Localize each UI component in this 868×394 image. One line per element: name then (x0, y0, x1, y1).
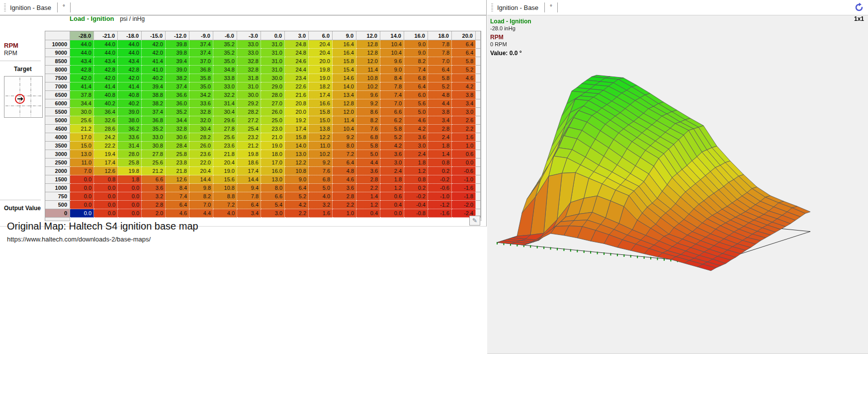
table-cell[interactable]: 10.4 (380, 49, 404, 57)
table-cell[interactable]: -0.8 (404, 209, 428, 218)
table-cell[interactable]: 23.4 (285, 74, 309, 82)
degree-units-button[interactable]: ° (59, 3, 69, 12)
table-cell[interactable]: 12.0 (356, 57, 380, 66)
table-cell[interactable]: 27.2 (237, 116, 261, 125)
table-cell[interactable]: 4.6 (166, 209, 189, 218)
load-column-header[interactable]: 18.0 (428, 31, 452, 40)
rpm-row-header[interactable]: 500 (45, 201, 70, 209)
table-cell[interactable]: 17.4 (285, 125, 309, 133)
table-cell[interactable]: 5.2 (285, 192, 309, 201)
table-cell[interactable]: 0.8 (428, 158, 452, 167)
table-cell[interactable]: 0.0 (94, 209, 118, 218)
table-cell[interactable]: 0.8 (94, 175, 118, 184)
table-cell[interactable]: 9.6 (380, 57, 404, 66)
table-cell[interactable]: 6.8 (404, 74, 428, 82)
table-cell[interactable]: 13.0 (70, 150, 94, 158)
table-cell[interactable]: 28.2 (237, 108, 261, 116)
table-cell[interactable]: 3.6 (404, 133, 428, 142)
table-cell[interactable]: 12.8 (356, 49, 380, 57)
table-cell[interactable]: 38.0 (118, 116, 142, 125)
table-cell[interactable]: 21.2 (70, 125, 94, 133)
table-cell[interactable]: 24.4 (285, 66, 309, 74)
table-cell[interactable]: -1.6 (428, 209, 452, 218)
table-cell[interactable]: 1.4 (428, 150, 452, 158)
table-cell[interactable]: -1.0 (428, 192, 452, 201)
table-cell[interactable]: 0.0 (94, 192, 118, 201)
table-cell[interactable]: 10.8 (356, 74, 380, 82)
table-cell[interactable]: 26.0 (261, 108, 285, 116)
table-cell[interactable]: 37.4 (189, 40, 213, 49)
table-cell[interactable]: 2.2 (333, 201, 356, 209)
table-cell[interactable]: 19.8 (237, 150, 261, 158)
table-cell[interactable]: 8.2 (356, 116, 380, 125)
table-cell[interactable]: 10.4 (333, 125, 356, 133)
table-cell[interactable]: -0.4 (404, 201, 428, 209)
table-cell[interactable]: 10.2 (309, 150, 333, 158)
table-cell[interactable]: 20.8 (285, 99, 309, 108)
table-cell[interactable]: 21.8 (213, 150, 237, 158)
table-cell[interactable]: -1.2 (428, 201, 452, 209)
table-cell[interactable]: -0.6 (428, 184, 452, 192)
table-cell[interactable]: 42.8 (70, 66, 94, 74)
table-cell[interactable]: 6.6 (380, 108, 404, 116)
table-cell[interactable]: 6.4 (166, 201, 189, 209)
table-cell[interactable]: 1.8 (118, 175, 142, 184)
rpm-row-header[interactable]: 1000 (45, 184, 70, 192)
load-column-header[interactable]: 6.0 (309, 31, 333, 40)
table-cell[interactable]: 44.0 (70, 49, 94, 57)
load-column-header[interactable]: -6.0 (213, 31, 237, 40)
table-cell[interactable]: 6.4 (428, 66, 452, 74)
table-cell[interactable]: 2.0 (142, 209, 166, 218)
table-cell[interactable]: 12.8 (333, 99, 356, 108)
load-column-header[interactable]: 9.0 (333, 31, 356, 40)
table-cell[interactable]: 35.0 (189, 82, 213, 91)
table-cell[interactable]: 3.4 (428, 116, 452, 125)
table-cell[interactable]: 33.0 (237, 49, 261, 57)
table-cell[interactable]: 7.8 (237, 192, 261, 201)
table-cell[interactable]: 1.2 (404, 167, 428, 175)
table-cell[interactable]: 10.4 (380, 40, 404, 49)
load-column-header[interactable]: -15.0 (142, 31, 166, 40)
table-cell[interactable]: 7.2 (333, 150, 356, 158)
table-cell[interactable]: 4.6 (452, 74, 476, 82)
table-cell[interactable]: 33.6 (189, 99, 213, 108)
table-cell[interactable]: 9.0 (404, 49, 428, 57)
table-cell[interactable]: 12.0 (333, 108, 356, 116)
load-column-header[interactable]: -28.0 (70, 31, 94, 40)
rpm-row-header[interactable]: 5000 (45, 116, 70, 125)
table-cell[interactable]: 28.0 (261, 91, 285, 99)
table-cell[interactable]: 11.0 (70, 158, 94, 167)
table-cell[interactable]: 15.4 (333, 66, 356, 74)
table-cell[interactable]: 2.6 (452, 116, 476, 125)
load-column-header[interactable]: 12.0 (356, 31, 380, 40)
table-cell[interactable]: 35.2 (213, 40, 237, 49)
tab-ignition-base[interactable]: Ignition - Base (493, 4, 544, 11)
table-cell[interactable]: 35.2 (142, 125, 166, 133)
table-cell[interactable]: 30.0 (237, 91, 261, 99)
refresh-icon[interactable] (854, 2, 864, 12)
table-cell[interactable]: 0.0 (118, 201, 142, 209)
table-cell[interactable]: 5.8 (356, 142, 380, 150)
rpm-row-header[interactable]: 7000 (45, 82, 70, 91)
table-cell[interactable]: 18.6 (237, 158, 261, 167)
table-cell[interactable]: 33.0 (213, 82, 237, 91)
table-cell[interactable]: 32.8 (237, 66, 261, 74)
table-cell[interactable]: 16.4 (333, 49, 356, 57)
table-cell[interactable]: 17.0 (261, 158, 285, 167)
table-cell[interactable]: 0.0 (70, 184, 94, 192)
table-cell[interactable]: 9.4 (237, 184, 261, 192)
table-cell[interactable]: 0.0 (452, 158, 476, 167)
table-cell[interactable]: 35.2 (166, 108, 189, 116)
table-cell[interactable]: 6.6 (142, 175, 166, 184)
table-cell[interactable]: 21.2 (237, 142, 261, 150)
rpm-row-header[interactable]: 8000 (45, 66, 70, 74)
table-cell[interactable]: 1.8 (380, 175, 404, 184)
table-cell[interactable]: 3.6 (356, 167, 380, 175)
table-cell[interactable]: 30.0 (70, 108, 94, 116)
table-cell[interactable]: 10.8 (213, 184, 237, 192)
table-cell[interactable]: 1.4 (356, 192, 380, 201)
table-cell[interactable]: 36.2 (118, 125, 142, 133)
table-cell[interactable]: 6.4 (452, 40, 476, 49)
table-cell[interactable]: 0.0 (94, 184, 118, 192)
table-cell[interactable]: 7.4 (380, 91, 404, 99)
